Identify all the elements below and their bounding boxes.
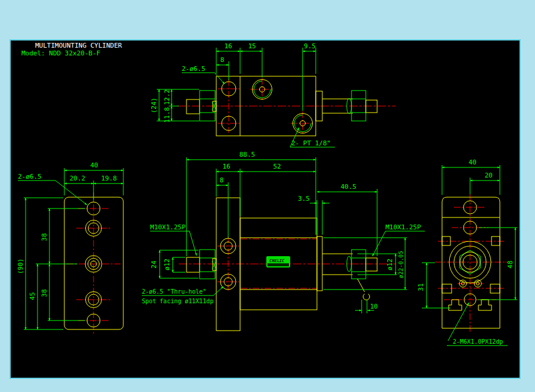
dim-11-8: 11.8 bbox=[163, 107, 171, 123]
dim-24: 24 bbox=[150, 260, 158, 269]
dim-20: 20 bbox=[484, 172, 492, 179]
dim-3-5: 3.5 bbox=[298, 195, 310, 203]
dim-45: 45 bbox=[29, 292, 36, 300]
brand-logo: CHELIC bbox=[266, 256, 290, 267]
dim-90-ref: (90) bbox=[17, 259, 24, 275]
dim-19-8: 19.8 bbox=[101, 175, 117, 182]
dim-40-5: 40.5 bbox=[341, 183, 357, 191]
dim-8: 8 bbox=[220, 56, 225, 64]
dim-24-ref: (24) bbox=[150, 98, 158, 114]
drawing-title: MULTIMOUNTING CYLINDER bbox=[35, 42, 122, 49]
dim-40: 40 bbox=[468, 158, 476, 166]
dim-88-5: 88.5 bbox=[239, 151, 256, 158]
dim-16: 16 bbox=[222, 163, 230, 170]
label-holes: 2-ø6.5 bbox=[182, 65, 206, 73]
drawing-canvas: MULTIMOUNTING CYLINDER Model: NDD 32x20-… bbox=[0, 0, 535, 392]
label-thread-left: M10X1.25P bbox=[150, 223, 186, 231]
dim-10: 10 bbox=[370, 303, 378, 310]
label-thread: 2-M6X1.0PX12dp bbox=[453, 338, 503, 345]
label-thread-right: M10X1.25P bbox=[385, 223, 421, 231]
dim-8: 8 bbox=[220, 176, 224, 184]
dim-38-top: 38 bbox=[41, 233, 48, 241]
dim-12-2: 12.2 bbox=[163, 89, 171, 105]
dim-boss: ø22-0.05 bbox=[397, 251, 404, 278]
dim-31: 31 bbox=[417, 283, 425, 291]
dim-40: 40 bbox=[90, 161, 98, 169]
dim-48: 48 bbox=[506, 260, 514, 268]
model-number: Model: NDD 32x20-B-F bbox=[21, 49, 100, 57]
label-spot-facing: Spot facing ø11X11dp bbox=[142, 298, 213, 304]
dim-9-5: 9.5 bbox=[304, 42, 316, 50]
brand-logo-text: CHELIC bbox=[269, 259, 285, 263]
dim-16: 16 bbox=[224, 42, 232, 50]
dim-52: 52 bbox=[273, 163, 281, 170]
dim-15: 15 bbox=[248, 42, 256, 50]
label-holes: 2-ø6.5 bbox=[18, 173, 42, 181]
dim-20-2: 20.2 bbox=[70, 175, 86, 182]
dim-38-bottom: 38 bbox=[41, 289, 48, 297]
dim-rod-left: ø12 bbox=[163, 259, 171, 270]
label-thru-hole: 2-ø6.5 "Thru-hole" bbox=[142, 288, 206, 295]
cad-application-window: MULTIMOUNTING CYLINDER Model: NDD 32x20-… bbox=[0, 0, 535, 392]
dim-rod-right: ø12 bbox=[386, 259, 394, 270]
label-port: 2- PT 1/8" bbox=[291, 139, 331, 147]
